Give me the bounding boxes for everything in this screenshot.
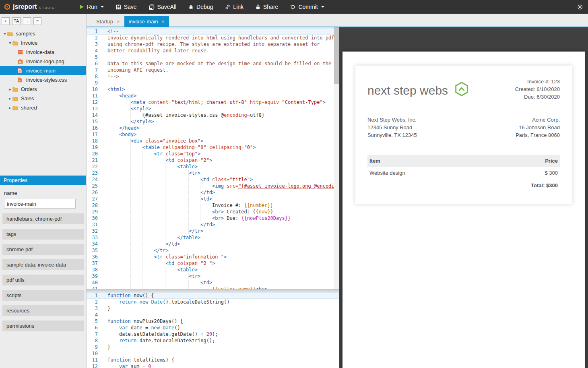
code-line: 13 <style>: [87, 105, 339, 112]
code-text: Invoice #: {{number}}: [98, 202, 273, 209]
tab-invoice-main[interactable]: invoice-main×: [124, 16, 169, 27]
code-line: 1function now() {: [87, 292, 339, 299]
tree-item-label: invoice-main: [26, 68, 56, 74]
seller-city: Sunnyville, TX 12345: [367, 131, 417, 139]
line-number: 30: [87, 215, 98, 221]
save-all-icon: [149, 4, 155, 10]
name-input[interactable]: [4, 199, 76, 209]
chevron-expanded-icon[interactable]: ▾: [2, 31, 7, 36]
history-icon: [290, 4, 295, 10]
chevron-collapsed-icon[interactable]: ▸: [8, 87, 12, 91]
tree-item-label: Sales: [21, 95, 34, 101]
line-number: 27: [87, 196, 98, 202]
link-button[interactable]: Link: [219, 0, 250, 14]
code-text: <tr class="information ">: [98, 254, 227, 260]
code-line: 12 <meta content="text/html; charset=utf…: [87, 99, 339, 105]
line-number: 18: [87, 138, 98, 144]
code-text: <meta content="text/html; charset=utf-8"…: [98, 99, 326, 105]
line-number: 9: [87, 344, 98, 350]
save-all-button[interactable]: SaveAll: [143, 0, 182, 14]
code-text: </head>: [98, 125, 140, 131]
line-number: 6: [87, 325, 98, 331]
tree-item-orders[interactable]: ▸Orders: [0, 85, 86, 94]
line-number: 21: [87, 157, 98, 163]
code-text: <div class="invoice-box">: [98, 138, 203, 144]
code-text: }: [98, 305, 110, 312]
entity-tree-toolbar: +TA→≡: [0, 14, 86, 26]
code-text: <table>: [98, 267, 198, 273]
code-line: 36 <tr class="information ">: [87, 254, 339, 260]
code-text: <table>: [98, 163, 198, 170]
jsreport-logo: jsreport STUDIO: [0, 3, 73, 10]
save-button[interactable]: Save: [110, 0, 143, 14]
line-number: 22: [87, 163, 98, 170]
code-text: <tr>: [98, 273, 200, 279]
code-line: 33 </table>: [87, 234, 339, 241]
share-button[interactable]: Share: [250, 0, 284, 14]
helpers-editor[interactable]: 1function now() {2 return new Date().toL…: [87, 292, 339, 368]
add-entity-button[interactable]: +: [2, 17, 10, 25]
tree-item-invoice-main[interactable]: invoice-main: [0, 66, 86, 75]
buyer-address: Acme Corp. 16 Johnson Road Paris, France…: [516, 116, 560, 139]
tree-item-shared[interactable]: ▸shared: [0, 103, 86, 112]
chevron-expanded-icon[interactable]: ▾: [8, 41, 12, 45]
line-number: 37: [87, 260, 98, 267]
scrollbar-thumb[interactable]: [334, 27, 339, 84]
tree-item-invoice-data[interactable]: invoice-data: [0, 48, 86, 57]
line-number: 6: [87, 60, 98, 67]
code-line: 26 </td>: [87, 189, 339, 196]
image-icon: [18, 59, 24, 64]
menu-button[interactable]: ≡: [33, 17, 41, 25]
properties-section-sample-data-invoice-data[interactable]: sample data: invoice-data: [2, 259, 84, 270]
code-text: </tr>: [98, 247, 169, 254]
editor-scrollbar[interactable]: [334, 27, 339, 289]
close-icon[interactable]: ×: [162, 19, 165, 25]
tree-item-label: shared: [21, 105, 37, 111]
tree-item-sales[interactable]: ▸Sales: [0, 94, 86, 103]
code-line: 8 return date.toLocaleDateString();: [87, 337, 339, 344]
invoice-preview-page: next step webs Invoice #: 123 Created: 6…: [342, 52, 585, 368]
line-number: 38: [87, 267, 98, 273]
properties-section-pdf-utils[interactable]: pdf utils: [2, 275, 84, 285]
collapse-tree-button[interactable]: →: [23, 17, 31, 25]
chevron-collapsed-icon[interactable]: ▸: [8, 96, 12, 101]
settings-button[interactable]: [572, 4, 588, 10]
tree-item-invoice-styles-css[interactable]: invoice-styles.css: [0, 75, 86, 85]
code-line: 18 <div class="invoice-box">: [87, 138, 339, 144]
properties-section-handlebars-chrome-pdf[interactable]: handlebars, chrome-pdf: [2, 213, 84, 224]
code-line: 35 </tr>: [87, 247, 339, 254]
tree-item-invoice-logo-png[interactable]: invoice-logo.png: [0, 57, 86, 66]
save-button-label: Save: [124, 4, 137, 10]
code-line: 21 <td colspan="2">: [87, 157, 339, 163]
run-button-label: Run: [87, 4, 97, 10]
properties-section-permissions[interactable]: permissions: [2, 320, 84, 331]
debug-button[interactable]: Debug: [182, 0, 219, 14]
text-size-button[interactable]: TA: [12, 17, 21, 25]
lock-icon: [256, 4, 260, 10]
line-number: 10: [87, 86, 98, 93]
chevron-collapsed-icon[interactable]: ▸: [8, 105, 12, 110]
properties-section-tags[interactable]: tags: [2, 229, 84, 240]
properties-section-resources[interactable]: resources: [2, 305, 84, 316]
caret-down-icon: [321, 6, 324, 8]
tree-item-invoice[interactable]: ▾Invoice: [0, 38, 86, 48]
template-editor[interactable]: 1<!--2Invoice dynamically rendered into …: [87, 27, 339, 289]
tree-item-label: Invoice: [21, 40, 37, 46]
invoice-box: next step webs Invoice #: 123 Created: 6…: [355, 65, 572, 204]
tab-startup[interactable]: Startup×: [92, 16, 124, 27]
code-line: 31 </td>: [87, 221, 339, 228]
commit-button[interactable]: Commit: [284, 0, 330, 14]
properties-section-scripts[interactable]: scripts: [2, 290, 84, 301]
run-button[interactable]: Run: [73, 0, 110, 14]
code-text: </td>: [98, 241, 180, 247]
properties-section-chrome-pdf[interactable]: chrome pdf: [2, 244, 84, 255]
code-text: <html>: [98, 86, 125, 93]
code-line: 27 <td>: [87, 196, 339, 202]
code-line: 3using chrome-pdf recipe. The styles are…: [87, 41, 339, 48]
tree-item-samples[interactable]: ▾samples: [0, 29, 86, 38]
entity-tree: ▾samples▾Invoiceinvoice-datainvoice-logo…: [0, 26, 86, 176]
code-line: 19 <table cellpadding="0" cellspacing="0…: [87, 144, 339, 151]
code-text: !-->: [98, 73, 119, 80]
close-icon[interactable]: ×: [117, 19, 120, 25]
code-line: 11 <head>: [87, 93, 339, 99]
